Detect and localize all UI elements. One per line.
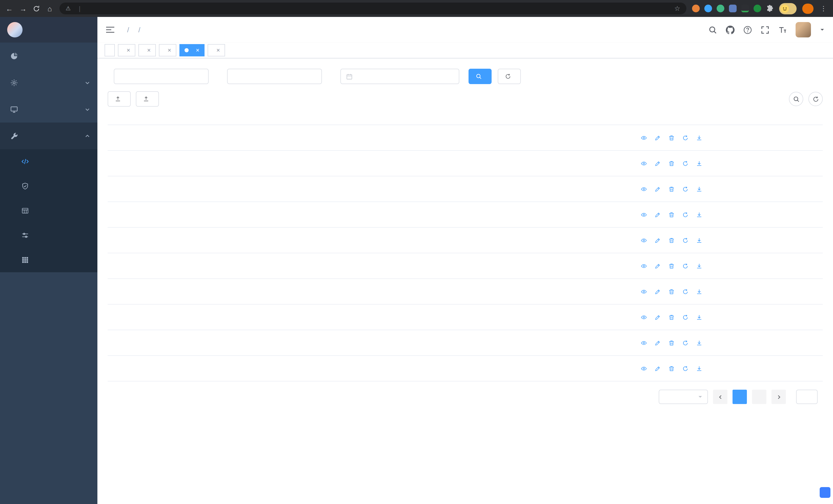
row-action-generate-link[interactable]: [696, 212, 704, 218]
toggle-search-button[interactable]: [789, 92, 803, 106]
close-icon[interactable]: ×: [127, 47, 130, 53]
close-icon[interactable]: ×: [196, 47, 199, 53]
row-action-sync-link[interactable]: [682, 237, 690, 243]
table-name-input[interactable]: [114, 69, 209, 84]
prev-page-button[interactable]: [713, 390, 728, 404]
row-action-sync-link[interactable]: [682, 263, 690, 269]
row-action-sync-link[interactable]: [682, 365, 690, 371]
github-icon[interactable]: [726, 25, 735, 34]
font-size-icon[interactable]: [778, 25, 787, 34]
row-action-edit-link[interactable]: [654, 365, 662, 371]
row-action-delete-link[interactable]: [668, 365, 676, 371]
table-desc-input[interactable]: [227, 69, 322, 84]
browser-update-button[interactable]: [802, 3, 813, 14]
page-size-select[interactable]: [659, 390, 708, 404]
reset-button[interactable]: [498, 69, 521, 84]
extension-icon[interactable]: [741, 5, 749, 12]
tab-home[interactable]: [104, 44, 115, 56]
row-action-edit-link[interactable]: [654, 288, 662, 294]
floating-widget[interactable]: [820, 487, 830, 498]
row-action-sync-link[interactable]: [682, 160, 690, 166]
tab-system-api[interactable]: ×: [208, 44, 225, 56]
row-action-preview-link[interactable]: [641, 186, 648, 192]
browser-menu-icon[interactable]: ⋮: [819, 5, 828, 12]
extension-icon[interactable]: [692, 5, 700, 12]
row-action-edit-link[interactable]: [654, 314, 662, 320]
row-action-delete-link[interactable]: [668, 263, 676, 269]
row-action-edit-link[interactable]: [654, 237, 662, 243]
row-action-sync-link[interactable]: [682, 135, 690, 141]
browser-home-button[interactable]: ⌂: [46, 4, 54, 13]
row-action-sync-link[interactable]: [682, 288, 690, 294]
row-action-delete-link[interactable]: [668, 288, 676, 294]
page-button-1[interactable]: [733, 390, 747, 404]
close-icon[interactable]: ×: [216, 47, 220, 53]
goto-page-input[interactable]: [796, 390, 818, 404]
row-action-delete-link[interactable]: [668, 135, 676, 141]
sidebar-toggle-icon[interactable]: [105, 25, 115, 34]
import-db-button[interactable]: [108, 91, 131, 106]
search-icon[interactable]: [709, 25, 717, 34]
row-action-preview-link[interactable]: [641, 263, 648, 269]
create-time-range-picker[interactable]: [340, 69, 459, 84]
extensions-puzzle-icon[interactable]: [766, 5, 774, 12]
row-action-preview-link[interactable]: [641, 237, 648, 243]
sidebar-item-system-management[interactable]: [0, 69, 97, 96]
row-action-edit-link[interactable]: [654, 263, 662, 269]
row-action-sync-link[interactable]: [682, 314, 690, 320]
row-action-generate-link[interactable]: [696, 365, 704, 371]
row-action-delete-link[interactable]: [668, 314, 676, 320]
extension-icon[interactable]: [704, 5, 712, 12]
row-action-sync-link[interactable]: [682, 340, 690, 346]
row-action-preview-link[interactable]: [641, 365, 648, 371]
row-action-sync-link[interactable]: [682, 212, 690, 218]
row-action-generate-link[interactable]: [696, 237, 704, 243]
row-action-preview-link[interactable]: [641, 340, 648, 346]
search-button[interactable]: [469, 69, 492, 84]
row-action-generate-link[interactable]: [696, 288, 704, 294]
close-icon[interactable]: ×: [168, 47, 171, 53]
sidebar-item-form-builder[interactable]: [0, 198, 97, 223]
back-button[interactable]: ←: [5, 4, 13, 13]
tab-trace[interactable]: ×: [118, 44, 135, 56]
sidebar-item-infrastructure[interactable]: [0, 96, 97, 123]
row-action-edit-link[interactable]: [654, 186, 662, 192]
row-action-preview-link[interactable]: [641, 160, 648, 166]
row-action-generate-link[interactable]: [696, 186, 704, 192]
user-avatar[interactable]: [795, 22, 811, 38]
tab-form-builder[interactable]: ×: [138, 44, 156, 56]
row-action-edit-link[interactable]: [654, 340, 662, 346]
row-action-delete-link[interactable]: [668, 186, 676, 192]
row-action-edit-link[interactable]: [654, 160, 662, 166]
tab-codegen[interactable]: ×: [180, 44, 205, 56]
row-action-sync-link[interactable]: [682, 186, 690, 192]
row-action-generate-link[interactable]: [696, 263, 704, 269]
row-action-delete-link[interactable]: [668, 212, 676, 218]
row-action-edit-link[interactable]: [654, 212, 662, 218]
row-action-delete-link[interactable]: [668, 237, 676, 243]
row-action-preview-link[interactable]: [641, 288, 648, 294]
profile-button[interactable]: [779, 3, 796, 14]
row-action-delete-link[interactable]: [668, 160, 676, 166]
address-bar[interactable]: ⚠ | ☆: [60, 3, 686, 14]
sidebar-item-system-api[interactable]: [0, 223, 97, 248]
row-action-generate-link[interactable]: [696, 135, 704, 141]
next-page-button[interactable]: [771, 390, 786, 404]
tab-codegen-example[interactable]: ×: [159, 44, 176, 56]
row-action-preview-link[interactable]: [641, 212, 648, 218]
close-icon[interactable]: ×: [147, 47, 151, 53]
import-sql-button[interactable]: [136, 91, 159, 106]
forward-button[interactable]: →: [19, 4, 27, 13]
row-action-edit-link[interactable]: [654, 135, 662, 141]
vue-devtools-icon[interactable]: [717, 5, 724, 12]
sidebar-item-home[interactable]: [0, 43, 97, 69]
caret-down-icon[interactable]: [820, 27, 825, 32]
row-action-preview-link[interactable]: [641, 135, 648, 141]
app-logo[interactable]: [0, 17, 97, 43]
extension-icon[interactable]: [754, 5, 761, 12]
sidebar-item-dev-tools[interactable]: [0, 123, 97, 149]
sidebar-item-codegen-example[interactable]: [0, 174, 97, 198]
reload-button[interactable]: [33, 5, 40, 12]
page-button-2[interactable]: [752, 390, 766, 404]
row-action-generate-link[interactable]: [696, 160, 704, 166]
